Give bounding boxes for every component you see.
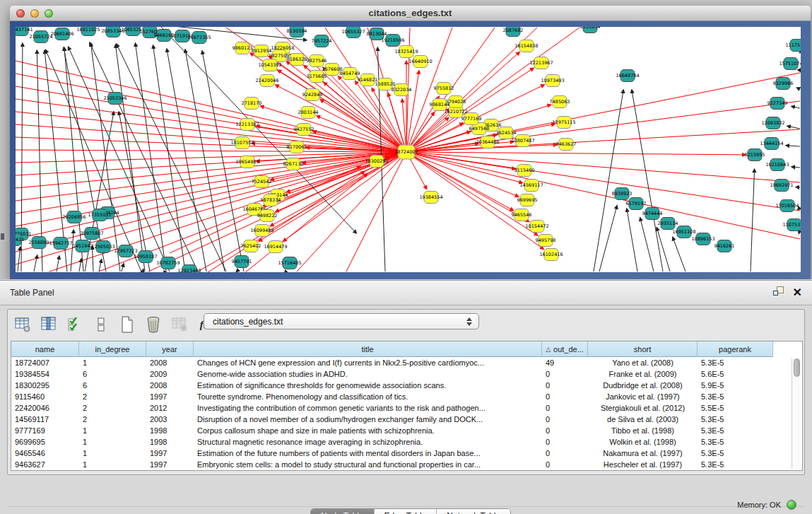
citation-edge-red[interactable]	[406, 28, 579, 152]
citation-edge-black[interactable]	[34, 255, 37, 271]
citation-edge-black[interactable]	[135, 43, 166, 271]
citation-edge-black[interactable]	[18, 247, 20, 271]
graph-node[interactable]: 8130394	[287, 27, 307, 37]
graph-node[interactable]: 10896153	[691, 233, 714, 245]
graph-node[interactable]: 20691406	[50, 28, 73, 40]
citation-edge-black[interactable]	[787, 126, 800, 129]
column-header-name[interactable]: name	[11, 341, 79, 357]
graph-node[interactable]: 9755812	[434, 83, 454, 95]
graph-node[interactable]: 7485063	[550, 96, 570, 108]
graph-node[interactable]: 18325419	[394, 46, 418, 58]
citation-edge-black[interactable]	[640, 218, 654, 271]
column-header-out_de[interactable]: △out_de...	[542, 341, 588, 357]
graph-node[interactable]: 15716485	[278, 257, 301, 269]
citation-edge-black[interactable]	[99, 259, 102, 271]
graph-node[interactable]: 3175685	[307, 71, 327, 83]
graph-node[interactable]: 10655327	[341, 27, 365, 38]
citation-edge-black[interactable]	[799, 52, 800, 53]
table-row[interactable]: 969969511998Structural magnetic resonanc…	[11, 436, 773, 448]
citation-edge-red[interactable]	[406, 152, 800, 211]
citation-edge-red[interactable]	[324, 82, 406, 152]
graph-node[interactable]: 8131054	[580, 27, 601, 33]
citation-edge-black[interactable]	[64, 47, 83, 271]
citation-edge-black[interactable]	[632, 90, 663, 271]
memory-status-indicator[interactable]	[787, 500, 796, 510]
citation-edge-red[interactable]	[406, 152, 529, 222]
citation-edge-red[interactable]	[406, 152, 746, 155]
column-header-year[interactable]: year	[146, 341, 194, 357]
citation-edge-red[interactable]	[16, 74, 406, 152]
table-row[interactable]: 911546021997Tourette syndrome. Phenomeno…	[11, 391, 773, 402]
graph-node[interactable]: 9495798	[536, 235, 556, 247]
graph-node[interactable]: 19692971	[770, 180, 793, 192]
citation-edge-black[interactable]	[163, 271, 165, 272]
column-chooser-icon[interactable]	[40, 315, 58, 334]
citation-edge-red[interactable]	[16, 112, 406, 152]
graph-node[interactable]: 15751074	[779, 58, 801, 70]
graph-node[interactable]: 13444154	[760, 138, 783, 150]
citation-edge-red[interactable]	[16, 99, 406, 152]
delete-table-icon[interactable]	[170, 315, 189, 334]
citation-edge-black[interactable]	[284, 271, 286, 272]
citation-edge-black[interactable]	[236, 271, 237, 272]
graph-node[interactable]: 12975115	[552, 117, 575, 129]
window-titlebar[interactable]: citations_edges.txt	[10, 6, 811, 21]
graph-node[interactable]: 9227349	[767, 98, 788, 110]
citation-edge-black[interactable]	[143, 269, 143, 271]
table-settings-icon[interactable]	[13, 315, 32, 334]
citation-edge-black[interactable]	[71, 230, 73, 271]
table-row[interactable]: 1872400712008Changes of HCN gene express…	[11, 357, 773, 368]
citation-edge-red[interactable]	[406, 152, 519, 197]
graph-node[interactable]: 2156889	[29, 237, 49, 249]
citation-edge-black[interactable]	[792, 167, 800, 168]
citation-edge-black[interactable]	[79, 259, 81, 271]
graph-node[interactable]: 16811025	[76, 27, 100, 36]
citation-edge-red[interactable]	[402, 99, 406, 152]
graph-node[interactable]: 9242848	[302, 89, 323, 101]
citation-edge-black[interactable]	[673, 237, 686, 271]
graph-node[interactable]: 7957224	[312, 35, 332, 47]
table-header-row[interactable]: namein_degreeyeartitle△out_de...shortpag…	[11, 341, 773, 357]
graph-node[interactable]: 9329966	[773, 78, 794, 90]
graph-node[interactable]: 9416261	[714, 240, 735, 252]
graph-node[interactable]: 2718170	[242, 98, 262, 110]
table-row[interactable]: 2242004622012Investigating the contribut…	[11, 402, 773, 414]
graph-node[interactable]: 18107554	[230, 137, 254, 149]
graph-node[interactable]: 16154838	[514, 40, 538, 52]
float-panel-icon[interactable]	[773, 286, 786, 298]
graph-node[interactable]: 9115460	[514, 165, 535, 177]
column-header-pagerank[interactable]: pagerank	[698, 341, 773, 357]
hub-node[interactable]: 18724007	[394, 145, 418, 159]
scrollbar-thumb[interactable]	[794, 358, 800, 377]
graph-node[interactable]: 2087682	[503, 27, 524, 37]
graph-node[interactable]: 16640910	[408, 56, 432, 68]
graph-node[interactable]: 9474444	[642, 208, 663, 220]
table-row[interactable]: 1830029562008Estimation of significance …	[11, 380, 773, 391]
column-header-title[interactable]: title	[194, 341, 542, 357]
table-row[interactable]: 946554611997Estimation of the future num…	[11, 448, 773, 459]
citation-edge-black[interactable]	[796, 88, 800, 89]
graph-node[interactable]: 16210643	[765, 159, 789, 171]
graph-node[interactable]: 21055724	[29, 31, 52, 43]
network-canvas[interactable]: 1872400723437141210557242069140616811025…	[16, 27, 801, 272]
citation-edge-black[interactable]	[115, 45, 145, 271]
graph-node[interactable]: 7625402	[241, 240, 261, 252]
graph-node[interactable]: 2935114	[658, 218, 678, 230]
citation-edge-black[interactable]	[185, 49, 225, 271]
graph-node[interactable]: 9699695	[517, 194, 538, 206]
graph-node[interactable]: 21053346	[103, 93, 126, 105]
table-row[interactable]: 1456911722003Disruption of a novel membe…	[11, 414, 773, 425]
graph-node[interactable]: 6179197	[626, 198, 647, 210]
citation-edge-red[interactable]	[406, 152, 800, 182]
table-vertical-scrollbar[interactable]	[792, 358, 801, 469]
graph-node[interactable]: 3624534	[496, 127, 517, 139]
graph-node[interactable]: 12093832	[761, 117, 784, 129]
table-row[interactable]: 946362711997Embryonic stem cells: a mode…	[11, 459, 773, 470]
citation-network-graph[interactable]: 1872400723437141210557242069140616811025…	[16, 27, 801, 272]
graph-node[interactable]: 20206856	[62, 211, 86, 223]
citation-edge-black[interactable]	[786, 146, 800, 146]
citation-edge-black[interactable]	[751, 169, 755, 271]
new-document-icon[interactable]	[118, 315, 136, 334]
table-row[interactable]: 1938455462009Genome-wide association stu…	[11, 368, 773, 380]
graph-node[interactable]: 12213967	[529, 57, 553, 69]
